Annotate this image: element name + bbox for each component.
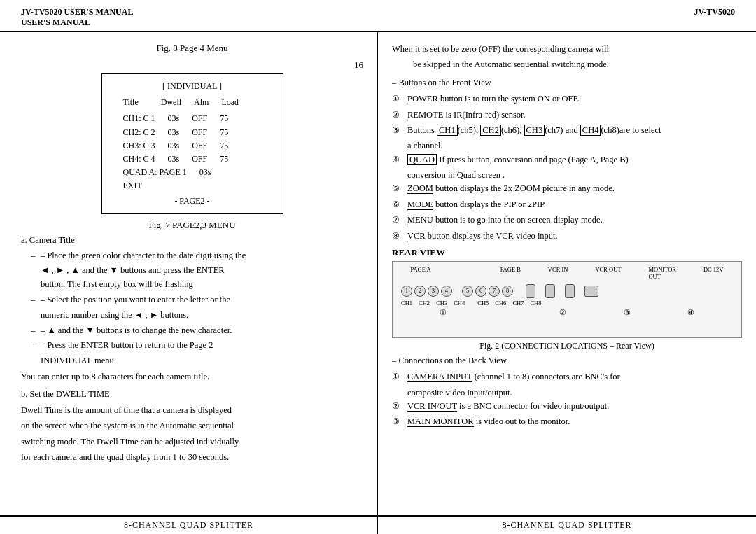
item4-num: ④: [392, 153, 407, 167]
item7-boxed: MENU: [407, 215, 433, 225]
item6-num: ⑥: [392, 198, 407, 211]
rear-view-diagram: PAGE A PAGE B VCR IN VCR OUT MONITOROUT …: [392, 261, 742, 338]
section-b-label: b. Set the DWELL TIME: [21, 388, 363, 401]
ch-label-6: CH6: [495, 300, 506, 307]
dash3: – – ▲ and the ▼ buttons is to change the…: [31, 324, 363, 337]
page-wrapper: JV-TV5020 USER'S MANUAL USER'S MANUAL JV…: [0, 0, 756, 534]
para1b: be skipped in the Automatic sequential s…: [413, 58, 742, 71]
conn3-num: ③: [392, 415, 407, 428]
label-dc12v: DC 12V: [704, 266, 724, 280]
dash4b: INDIVIDUAL menu.: [41, 354, 363, 367]
item1-boxed: POWER: [407, 94, 438, 104]
list-item-8: ⑧ VCR button displays the VCR video inpu…: [392, 230, 742, 243]
section-a-label: a. Camera Title: [21, 234, 363, 247]
label-monitor-out: MONITOROUT: [648, 266, 676, 280]
dash2: – – Select the position you want to ente…: [31, 293, 363, 307]
port-monitor-out: [565, 284, 575, 298]
item2-num: ②: [392, 108, 407, 122]
item5-boxed: ZOOM: [407, 183, 433, 194]
col-dwell: Dwell: [161, 96, 181, 109]
port-ch5: 5: [462, 286, 473, 297]
row3-alm: OFF: [192, 139, 207, 153]
exit-row: EXIT: [116, 179, 269, 192]
port-ch8: 8: [502, 286, 513, 297]
port-ch2: 2: [414, 286, 426, 297]
col-load: Load: [221, 96, 239, 109]
ch-labels-b: CH5 CH6 CH7 CH8: [477, 300, 541, 307]
row3-load: 75: [220, 139, 228, 153]
row1-load: 75: [220, 112, 228, 125]
ch-label-5: CH5: [477, 300, 489, 307]
item8-num: ⑧: [392, 230, 407, 243]
list-item-2: ② REMOTE is IR(Infra-red) sensor.: [392, 108, 742, 122]
annotation-3: ③: [624, 308, 631, 317]
conn3-boxed: MAIN MONITOR: [407, 416, 474, 427]
list-item-6: ⑥ MODE button displays the PIP or 2PIP.: [392, 198, 742, 211]
dash2b: numeric number using the ◄ , ► buttons.: [41, 309, 363, 322]
fig2-caption: Fig. 2 (CONNECTION LOCATIONS – Rear View…: [392, 341, 742, 351]
list-item-5: ⑤ ZOOM button displays the 2x ZOOM pictu…: [392, 182, 742, 195]
item2-boxed: REMOTE: [407, 110, 443, 120]
ch-label-2: CH2: [419, 300, 430, 307]
connections-title: – Connections on the Back View: [392, 354, 742, 367]
conn1-num: ①: [392, 370, 407, 384]
conn1-text2: composite video input/output.: [407, 386, 742, 400]
item5-num: ⑤: [392, 182, 407, 195]
conn-item-2: ② VCR IN/OUT is a BNC connector for vide…: [392, 400, 742, 413]
dash1: – – Place the green color character to t…: [31, 249, 363, 262]
label-vcr-in: VCR IN: [548, 266, 568, 280]
footer-right: 8-CHANNEL QUAD SPLITTER: [378, 517, 756, 534]
left-column: Fig. 8 Page 4 Menu 16 [ INDIVIDUAL ] Tit…: [0, 32, 378, 515]
ch-label-3: CH3: [436, 300, 447, 307]
row2-dwell: 03s: [168, 126, 180, 139]
content-area: Fig. 8 Page 4 Menu 16 [ INDIVIDUAL ] Tit…: [0, 32, 756, 515]
rear-view-title: REAR VIEW: [392, 247, 742, 258]
row4-load: 75: [220, 153, 228, 166]
header-title-left1: JV-TV5020 USER'S MANUAL: [21, 7, 133, 17]
port-vcr-in: [526, 284, 536, 298]
item4-text2: conversion in Quad screen .: [407, 169, 742, 182]
ch-label-4: CH4: [454, 300, 465, 307]
note-text: You can enter up to 8 characters for eac…: [21, 370, 363, 384]
list-item-3: ③ Buttons CH1(ch5), CH2(ch6), CH3(ch7) a…: [392, 124, 742, 137]
header-left: JV-TV5020 USER'S MANUAL USER'S MANUAL: [21, 7, 133, 28]
port-ch3: 3: [428, 286, 439, 297]
fig8-title: Fig. 8 Page 4 Menu: [21, 43, 363, 54]
item3-text2: a channel.: [407, 139, 742, 153]
item6-boxed: MODE: [407, 199, 433, 210]
conn1-boxed: CAMERA INPUT: [407, 372, 472, 382]
list-item-4: ④ QUAD If press button, conversion and p…: [392, 153, 742, 167]
list-item-1: ① POWER button is to turn the system ON …: [392, 92, 742, 106]
page-number: 16: [354, 59, 363, 71]
col-title: Title: [123, 96, 139, 109]
row3-ch: CH3: C 3: [123, 139, 155, 153]
row4-ch: CH4: C 4: [123, 153, 155, 166]
numbered-annotations: ① ② ③ ④: [397, 307, 737, 318]
row1-ch: CH1: C 1: [123, 112, 155, 125]
item3-ch4: CH4: [580, 125, 601, 136]
row2-ch: CH2: C 2: [123, 126, 155, 139]
fig7-title: Fig. 7 PAGE2,3 MENU: [21, 220, 363, 231]
row4-dwell: 03s: [168, 153, 180, 166]
port-ch6: 6: [475, 286, 486, 297]
item3-num: ③: [392, 124, 407, 137]
conn-item-3: ③ MAIN MONITOR is video out to the monit…: [392, 415, 742, 428]
col-alm: Alm: [194, 96, 209, 109]
header-title-right: JV-TV5020: [694, 7, 735, 28]
item3-ch2: CH2: [480, 125, 501, 136]
label-vcr-out: VCR OUT: [595, 266, 621, 280]
menu-bracket: [ INDIVIDUAL ]: [116, 80, 269, 93]
header-title-left2: USER'S MANUAL: [21, 17, 133, 28]
row1-dwell: 03s: [168, 112, 180, 125]
row2-alm: OFF: [192, 126, 207, 139]
ports-page-a: 1 2 3 4: [401, 286, 452, 297]
footer-left: 8-CHANNEL QUAD SPLITTER: [0, 517, 378, 534]
header: JV-TV5020 USER'S MANUAL USER'S MANUAL JV…: [0, 0, 756, 32]
footer: 8-CHANNEL QUAD SPLITTER 8-CHANNEL QUAD S…: [0, 515, 756, 534]
item8-boxed: VCR: [407, 231, 426, 241]
dwell-text3: switching mode. The Dwell Time can be ad…: [21, 435, 363, 449]
menu-box: [ INDIVIDUAL ] Title Dwell Alm Load CH1:…: [102, 73, 284, 214]
list-item-7: ⑦ MENU button is to go into the on-scree…: [392, 213, 742, 227]
page2-label: - PAGE2 -: [116, 195, 269, 208]
item4-boxed: QUAD: [407, 154, 437, 165]
